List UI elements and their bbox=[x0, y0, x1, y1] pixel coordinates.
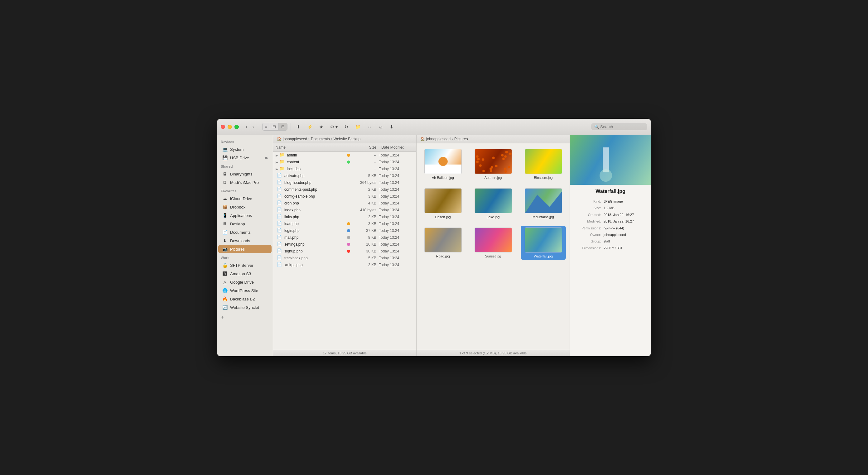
maximize-button[interactable] bbox=[235, 125, 239, 129]
grid-item[interactable]: Sunset.jpg bbox=[470, 226, 516, 260]
path-websitebackup[interactable]: Website Backup bbox=[334, 137, 361, 141]
file-tag-dot bbox=[347, 195, 350, 198]
list-item[interactable]: 📄 blog-header.php 364 bytes Today 13:24 bbox=[273, 179, 416, 186]
center-panel: 🏠 johnappleseed › Pictures Air Balloon.j… bbox=[416, 135, 570, 356]
sidebar-item-wordpress[interactable]: 🌐 WordPress Site bbox=[218, 286, 272, 294]
forward-button[interactable]: › bbox=[250, 123, 256, 131]
face-btn[interactable]: ☺ bbox=[376, 123, 385, 131]
star-btn[interactable]: ★ bbox=[317, 123, 326, 131]
file-size: -- bbox=[351, 160, 376, 164]
sidebar-item-websitesynclet[interactable]: 🔄 Website Synclet bbox=[218, 303, 272, 311]
meta-row: Created:2018. Jan 29. 16:27 bbox=[574, 213, 647, 217]
file-tag-dot bbox=[347, 263, 350, 266]
list-item[interactable]: 📄 login.php 37 KB Today 13:24 bbox=[273, 227, 416, 234]
col-size-header[interactable]: Size bbox=[354, 145, 379, 150]
refresh-btn[interactable]: ↻ bbox=[342, 123, 351, 131]
file-icon: 📄 bbox=[277, 221, 282, 227]
file-size: 16 KB bbox=[351, 242, 376, 247]
sidebar-item-downloads[interactable]: ⬇ Downloads bbox=[218, 236, 272, 245]
eject-button[interactable]: ⏏ bbox=[265, 156, 268, 160]
file-size: 2 KB bbox=[351, 215, 376, 219]
col-name-header[interactable]: Name bbox=[273, 145, 354, 150]
list-item[interactable]: ▶ 📁 content -- Today 13:24 bbox=[273, 159, 416, 165]
grid-item[interactable]: Lake.jpg bbox=[470, 186, 516, 221]
list-item[interactable]: 📄 comments-post.php 2 KB Today 13:24 bbox=[273, 186, 416, 193]
folder-arrow-icon: ▶ bbox=[276, 160, 278, 164]
sidebar-item-pictures[interactable]: 📷 Pictures bbox=[218, 245, 272, 253]
grid-item[interactable]: Autumn.jpg bbox=[470, 147, 516, 181]
sidebar-item-system[interactable]: 💻 System bbox=[218, 145, 272, 153]
list-item[interactable]: ▶ 📁 admin -- Today 13:24 bbox=[273, 152, 416, 159]
meta-row: Size:1,2 MB bbox=[574, 206, 647, 211]
action-btn[interactable]: 📁 bbox=[352, 123, 363, 131]
sidebar-item-usb[interactable]: 💾 USB Drive ⏏ bbox=[218, 154, 272, 162]
list-item[interactable]: 📄 xmlrpc.php 3 KB Today 13:24 bbox=[273, 261, 416, 268]
sidebar-item-backblaze[interactable]: 🔥 Backblaze B2 bbox=[218, 295, 272, 303]
grid-item[interactable]: Waterfall.jpg bbox=[521, 226, 566, 260]
sidebar-item-usb-label: USB Drive bbox=[230, 156, 249, 160]
sidebar-item-mudi[interactable]: 🖥 Mudi's iMac Pro bbox=[218, 178, 272, 186]
sidebar-item-applications[interactable]: 📱 Applications bbox=[218, 211, 272, 219]
download-btn[interactable]: ⬇ bbox=[387, 123, 396, 131]
grid-item[interactable]: Mountains.jpg bbox=[521, 186, 566, 221]
file-size: 30 KB bbox=[351, 249, 376, 253]
sidebar-item-amazons3[interactable]: 🅰 Amazon S3 bbox=[218, 270, 272, 278]
list-item[interactable]: 📄 activate.php 5 KB Today 13:24 bbox=[273, 172, 416, 179]
path-user[interactable]: johnappleseed bbox=[283, 137, 307, 141]
search-box[interactable]: 🔍 bbox=[591, 123, 647, 130]
list-item[interactable]: 📄 settings.php 16 KB Today 13:24 bbox=[273, 241, 416, 248]
file-date: Today 13:24 bbox=[376, 242, 414, 247]
file-icon: 📄 bbox=[277, 214, 282, 220]
search-input[interactable] bbox=[600, 124, 644, 129]
sidebar-item-dropbox[interactable]: 📦 Dropbox bbox=[218, 203, 272, 211]
airdrop-btn[interactable]: ↔ bbox=[365, 123, 374, 131]
file-name: settings.php bbox=[284, 242, 346, 247]
grid-item[interactable]: Air Balloon.jpg bbox=[420, 147, 465, 181]
list-item[interactable]: 📄 cron.php 4 KB Today 13:24 bbox=[273, 200, 416, 207]
add-location-button[interactable]: + bbox=[217, 312, 228, 323]
lightning-btn[interactable]: ⚡ bbox=[305, 123, 315, 131]
view-icons-btn[interactable]: ⊞ bbox=[279, 123, 287, 130]
sidebar-item-sftp[interactable]: 🔒 SFTP Server bbox=[218, 261, 272, 269]
list-item[interactable]: 📄 trackback.php 5 KB Today 13:24 bbox=[273, 255, 416, 261]
gear-btn[interactable]: ⚙ ▾ bbox=[328, 123, 340, 131]
list-item[interactable]: 📄 signup.php 30 KB Today 13:24 bbox=[273, 248, 416, 255]
sidebar-item-backblaze-label: Backblaze B2 bbox=[230, 297, 255, 302]
center-panel-path: 🏠 johnappleseed › Pictures bbox=[416, 135, 569, 144]
list-item[interactable]: 📄 index.php 418 bytes Today 13:24 bbox=[273, 207, 416, 214]
center-path-user[interactable]: johnappleseed bbox=[426, 137, 451, 141]
file-name: login.php bbox=[284, 228, 346, 233]
sidebar-item-documents[interactable]: 📄 Documents bbox=[218, 228, 272, 236]
grid-item[interactable]: Road.jpg bbox=[420, 226, 465, 260]
file-size: -- bbox=[351, 153, 376, 157]
grid-item[interactable]: Blossom.jpg bbox=[521, 147, 566, 181]
sidebar-item-wordpress-label: WordPress Site bbox=[230, 288, 258, 293]
sidebar-item-icloud[interactable]: ☁ iCloud Drive bbox=[218, 194, 272, 202]
view-list-btn[interactable]: ≡ bbox=[262, 123, 270, 130]
view-columns-btn[interactable]: ⊟ bbox=[270, 123, 279, 130]
meta-value: JPEG image bbox=[603, 199, 647, 204]
sidebar-item-binarynights[interactable]: 🖥 Binarynights bbox=[218, 170, 272, 178]
minimize-button[interactable] bbox=[227, 125, 232, 129]
center-path-pictures[interactable]: Pictures bbox=[454, 137, 468, 141]
sidebar-item-desktop[interactable]: 🖥 Desktop bbox=[218, 220, 272, 228]
grid-item[interactable]: Desert.jpg bbox=[420, 186, 465, 221]
sidebar-item-googledrive[interactable]: △ Google Drive bbox=[218, 278, 272, 286]
list-item[interactable]: 📄 load.php 3 KB Today 13:24 bbox=[273, 220, 416, 227]
list-item[interactable]: 📄 mail.php 8 KB Today 13:24 bbox=[273, 234, 416, 241]
meta-row: Group:staff bbox=[574, 239, 647, 244]
back-button[interactable]: ‹ bbox=[244, 123, 249, 131]
col-date-header[interactable]: Date Modified bbox=[379, 145, 416, 150]
list-item[interactable]: ▶ 📁 includes -- Today 13:24 bbox=[273, 165, 416, 172]
sidebar-item-applications-label: Applications bbox=[230, 213, 252, 218]
path-documents[interactable]: Documents bbox=[311, 137, 330, 141]
pictures-icon: 📷 bbox=[222, 246, 227, 252]
list-item[interactable]: 📄 config-sample.php 3 KB Today 13:24 bbox=[273, 193, 416, 200]
shared-section-label: Shared bbox=[217, 162, 273, 169]
share-btn[interactable]: ⬆ bbox=[294, 123, 303, 131]
meta-label: Size: bbox=[574, 206, 601, 211]
close-button[interactable] bbox=[221, 125, 225, 129]
list-item[interactable]: 📄 links.php 2 KB Today 13:24 bbox=[273, 214, 416, 220]
file-icon: 📄 bbox=[277, 228, 282, 233]
dropbox-icon: 📦 bbox=[222, 204, 227, 210]
